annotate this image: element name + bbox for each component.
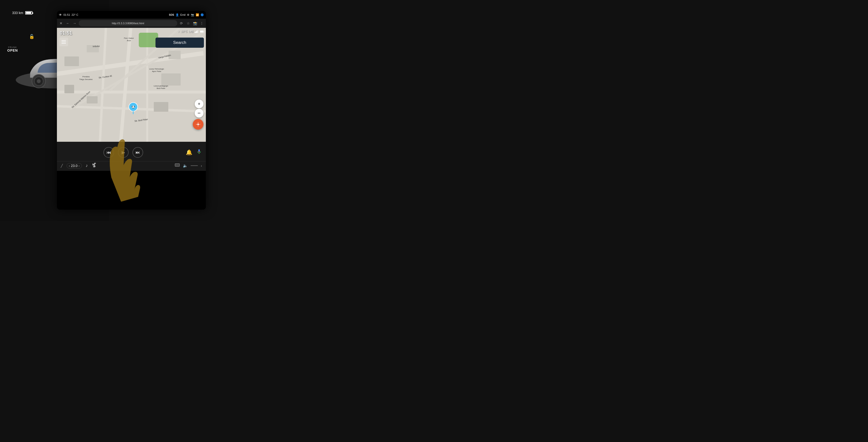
signal-bars-icon [195, 30, 198, 33]
statusbar-left: 👁 01:51 22° C [59, 13, 78, 17]
my-location-button[interactable] [193, 119, 204, 130]
svg-rect-10 [197, 31, 197, 33]
temp-right-arrow[interactable]: › [79, 164, 80, 168]
battery-map-icon [200, 30, 204, 33]
right-controls: 🔔 [186, 149, 202, 156]
zoom-in-button[interactable]: + [195, 99, 204, 108]
wifi-icon: 📶 [196, 13, 199, 17]
svg-point-25 [94, 165, 95, 166]
browser-bar: ✕ ← → ⟳ ☆ 📸 ⋮ [57, 19, 206, 28]
svg-rect-11 [197, 30, 198, 33]
building-3 [64, 85, 74, 93]
map-menu-button[interactable] [59, 37, 68, 46]
screenshot-button[interactable]: 📸 [192, 21, 197, 26]
svg-point-4 [37, 79, 41, 83]
svg-point-19 [134, 106, 135, 107]
volume-bar [191, 165, 198, 166]
svg-rect-13 [204, 31, 204, 32]
temp-display: 23.0 [71, 164, 78, 168]
svg-rect-14 [200, 31, 203, 32]
statusbar-time: 01:51 [63, 13, 70, 16]
poi-parc: Parc GaborÁron [124, 37, 134, 42]
menu-line-3 [62, 43, 66, 43]
svg-point-18 [132, 106, 133, 107]
user-label: Emil [180, 13, 186, 16]
road-v1 [119, 28, 132, 142]
rear-defrost-icon[interactable] [175, 163, 180, 169]
statusbar-temp: 22° C [72, 13, 79, 16]
battery-bar-icon [25, 11, 32, 14]
bottom-controls: ⏮ ▶ ⏭ 🔔 [57, 142, 206, 171]
battery-fill [26, 12, 31, 14]
street-ambului: imbului [93, 45, 99, 48]
user-icon: 👤 [176, 13, 179, 17]
mic-icon[interactable] [196, 149, 202, 156]
bottom-row: ╱ ‹ 23.0 › ♪ [57, 161, 206, 170]
lock-icon: 🔓 [29, 34, 34, 39]
refresh-button[interactable]: ⟳ [179, 21, 184, 26]
poi-liceul2: Liceul pedagogicBod Peter [154, 85, 168, 90]
search-label: Search [173, 40, 186, 45]
music-note-icon: ♪ [86, 163, 88, 168]
fan-icon [92, 163, 97, 168]
search-box[interactable]: Search [155, 37, 204, 48]
sos-label: SOS [169, 13, 174, 16]
next-track-button[interactable]: ⏭ [132, 147, 143, 158]
road-h2 [57, 91, 206, 93]
statusbar-right: SOS 👤 Emil ⚙ 📷 📶 🔵 [169, 13, 204, 17]
road-v2 [99, 28, 107, 142]
building-1 [64, 56, 79, 66]
svg-rect-9 [196, 31, 196, 33]
controls-row: ⏮ ▶ ⏭ 🔔 [57, 144, 206, 161]
map-time-display: 01:51 [60, 30, 72, 36]
back-button[interactable]: ← [65, 21, 70, 26]
street-curtea: Str. Curtea 45 [99, 75, 112, 79]
svg-rect-26 [175, 164, 180, 167]
android-statusbar: 👁 01:51 22° C SOS 👤 Emil ⚙ 📷 📶 🔵 [57, 11, 206, 19]
poi-liceul1: Liceul TehnologicApor Peter [149, 68, 164, 73]
svg-point-20 [197, 124, 199, 125]
battery-km: 333 km [12, 11, 23, 15]
defrost-icon [175, 163, 180, 168]
navigation-marker [128, 102, 138, 115]
map-container[interactable]: Str. Curtea 45 Str. Episcop Márton Áron … [57, 28, 206, 142]
half-moon-icon: ☽ [177, 30, 180, 33]
bluetooth-icon: 🔵 [200, 13, 204, 17]
zoom-controls: + − [195, 99, 204, 118]
prev-track-button[interactable]: ⏮ [103, 147, 114, 158]
ac-fan-icon[interactable] [92, 163, 97, 169]
battery-info: 333 km [12, 11, 32, 15]
svg-rect-8 [195, 32, 195, 33]
menu-line-2 [62, 42, 66, 42]
map-top-right: ☽ 18°C LTE [177, 30, 204, 33]
more-button[interactable]: ⋮ [199, 21, 205, 26]
street-bod: Str. Bod Péter [134, 118, 148, 122]
url-bar[interactable] [79, 20, 177, 26]
temp-left-arrow[interactable]: ‹ [69, 164, 70, 168]
bottom-left-controls: ╱ ‹ 23.0 › ♪ [61, 163, 97, 169]
temperature-control: ‹ 23.0 › [67, 163, 82, 169]
bookmark-button[interactable]: ☆ [186, 21, 191, 26]
tablet: 👁 01:51 22° C SOS 👤 Emil ⚙ 📷 📶 🔵 ✕ ← → ⟳… [57, 11, 206, 210]
settings-icon[interactable]: ⚙ [187, 13, 189, 17]
bottom-right-controls: 🔈 › [175, 163, 202, 169]
volume-arrow-right[interactable]: › [201, 164, 202, 168]
building-5 [154, 102, 168, 112]
zoom-out-button[interactable]: − [195, 109, 204, 118]
play-pause-button[interactable]: ▶ [118, 147, 129, 158]
poi-primaria: PrimăriaTârgu Secuiesc [79, 76, 93, 81]
menu-line-1 [62, 40, 66, 41]
location-icon [196, 122, 200, 127]
volume-down-icon[interactable]: 🔈 [183, 163, 188, 168]
bell-icon[interactable]: 🔔 [186, 149, 192, 155]
forward-button[interactable]: → [72, 21, 77, 26]
media-controls: ⏮ ▶ ⏭ [61, 145, 186, 160]
map-temp-display: 18°C [181, 30, 187, 33]
close-tab-button[interactable]: ✕ [58, 21, 64, 26]
lte-signal: LTE [189, 30, 193, 33]
building-7 [87, 96, 98, 104]
google-mic-icon [196, 149, 202, 155]
camera-icon[interactable]: 📷 [191, 13, 194, 17]
building-4 [161, 73, 181, 86]
waze-icon: 👁 [59, 13, 62, 17]
